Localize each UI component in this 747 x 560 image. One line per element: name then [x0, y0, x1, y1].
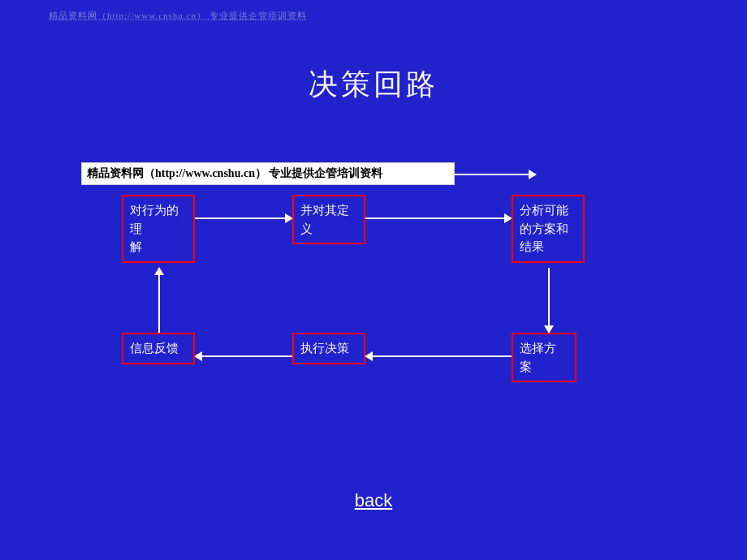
arrow-h3: [365, 355, 512, 357]
box-feedback: 信息反馈: [122, 333, 195, 364]
watermark-text: 精品资料网（http://www.cnshu.cn） 专业提供企管培训资料: [49, 10, 307, 22]
box-define: 并对其定义: [292, 195, 365, 244]
arrow-h1: [195, 218, 292, 219]
arrow-h2: [365, 218, 512, 219]
back-button[interactable]: back: [355, 490, 392, 511]
arrow-v2: [158, 268, 160, 333]
diagram-container: 精品资料网（http://www.cnshu.cn） 专业提供企管培训资料 对行…: [81, 162, 666, 422]
banner-text: 精品资料网（http://www.cnshu.cn） 专业提供企管培训资料: [87, 166, 382, 181]
arrow-h4: [195, 355, 292, 357]
banner-watermark: 精品资料网（http://www.cnshu.cn） 专业提供企管培训资料: [81, 162, 455, 185]
box-select: 选择方案: [512, 333, 576, 382]
box-understand: 对行为的理解: [122, 195, 195, 263]
page-title: 决策回路: [0, 65, 747, 105]
box-analyze: 分析可能的方案和结果: [512, 195, 585, 263]
box-execute: 执行决策: [292, 333, 365, 364]
arrow-v1: [548, 268, 550, 333]
arrow-banner-right: [455, 174, 536, 175]
